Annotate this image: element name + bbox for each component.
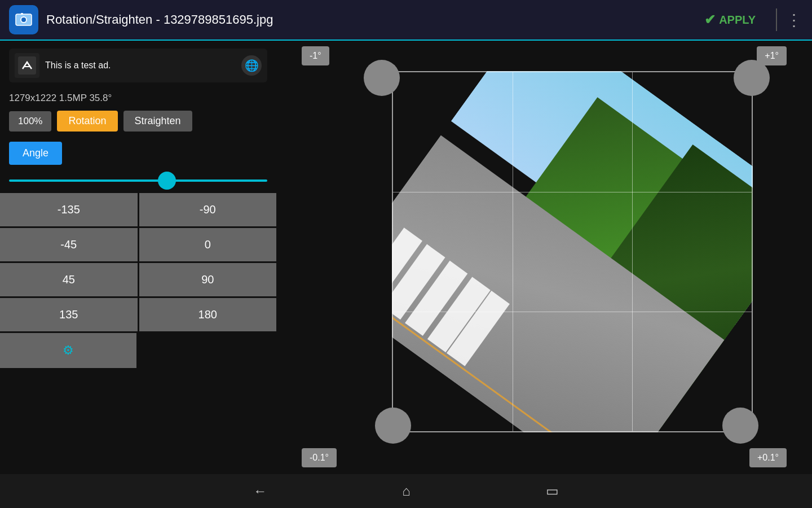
rot-btn-45[interactable]: 45 [0, 263, 138, 296]
canvas-area: -1° +1° -0.1° +0.1° [276, 41, 812, 474]
mode-row: 100% Rotation Straighten [0, 106, 276, 137]
rot-btn-neg135[interactable]: -135 [0, 193, 138, 226]
globe-icon[interactable]: 🌐 [241, 55, 262, 76]
ad-icon [15, 53, 39, 78]
grid-overlay [392, 71, 753, 432]
divider [776, 8, 777, 31]
page-title: Rotation/Straighten - 1329789851695.jpg [46, 12, 704, 27]
rot-btn-neg90[interactable]: -90 [139, 193, 277, 226]
svg-rect-5 [18, 56, 36, 75]
plus01-button[interactable]: +0.1° [749, 448, 787, 467]
editor-container: -1° +1° -0.1° +0.1° [302, 43, 787, 472]
rotation-grid: -135 -90 -45 0 45 90 135 180 [0, 193, 276, 333]
image-info: 1279x1222 1.5MP 35.8° [0, 88, 276, 106]
minus01-button[interactable]: -0.1° [302, 448, 337, 467]
straighten-button[interactable]: Straighten [123, 111, 192, 132]
corner-handle-top-left[interactable] [364, 60, 400, 96]
grid-line-v2 [632, 72, 633, 431]
zoom-button[interactable]: 100% [9, 111, 51, 132]
grid-line-h1 [393, 192, 752, 192]
menu-button[interactable]: ⋮ [786, 11, 803, 29]
bottom-nav: ← ⌂ ▭ [0, 474, 812, 508]
rot-btn-neg45[interactable]: -45 [0, 228, 138, 261]
back-button[interactable]: ← [242, 479, 278, 503]
angle-button[interactable]: Angle [9, 142, 62, 165]
grid-line-v1 [513, 72, 513, 431]
corner-handle-bottom-right[interactable] [722, 408, 758, 444]
rotation-slider[interactable] [9, 179, 267, 182]
left-panel: This is a test ad. 🌐 1279x1222 1.5MP 35.… [0, 41, 276, 474]
top-bar: Rotation/Straighten - 1329789851695.jpg … [0, 0, 812, 41]
check-icon: ✔ [704, 12, 716, 28]
grid-line-h2 [393, 312, 752, 312]
minus1-button[interactable]: -1° [302, 46, 329, 65]
recent-button[interactable]: ▭ [535, 479, 570, 503]
rot-btn-180[interactable]: 180 [139, 298, 277, 331]
rot-btn-135[interactable]: 135 [0, 298, 138, 331]
ad-bar: This is a test ad. 🌐 [9, 49, 267, 82]
home-button[interactable]: ⌂ [391, 479, 422, 503]
plus1-button[interactable]: +1° [757, 46, 787, 65]
apply-label: APPLY [719, 14, 756, 27]
svg-point-3 [21, 17, 26, 22]
svg-rect-4 [21, 13, 23, 15]
apply-button[interactable]: ✔ APPLY [704, 12, 756, 28]
settings-row: ⚙ [0, 333, 276, 368]
slider-row [0, 172, 276, 193]
angle-row: Angle [0, 137, 276, 172]
app-icon [9, 5, 38, 34]
settings-button[interactable]: ⚙ [0, 333, 136, 368]
rotation-button[interactable]: Rotation [57, 111, 117, 132]
corner-handle-bottom-left[interactable] [375, 408, 411, 444]
rot-btn-90[interactable]: 90 [139, 263, 277, 296]
rot-btn-0[interactable]: 0 [139, 228, 277, 261]
ad-text: This is a test ad. [45, 60, 236, 71]
